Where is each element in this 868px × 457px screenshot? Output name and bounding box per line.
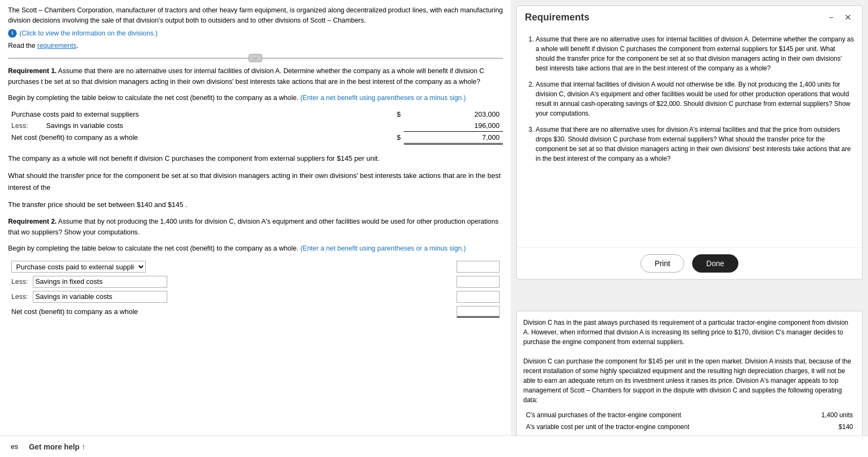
requirements-modal: Requirements − ✕ Assume that there are n… (516, 5, 863, 280)
table1-row2: Less: Savings in variable costs (8, 120, 371, 132)
table2-dropdown1[interactable]: Purchase costs paid to external supplier… (11, 261, 146, 273)
info-row1-label: C's annual purchases of the tractor-engi… (523, 409, 796, 421)
modal-title: Requirements (525, 12, 589, 23)
info-paragraph1: Division C has in the past always purcha… (523, 318, 856, 347)
table1-row3: Net cost (benefit) to company as a whole… (8, 131, 503, 144)
req1-text: Assume that there are no alternative use… (8, 67, 484, 85)
table2-row3-dollar (371, 289, 404, 304)
divider-handle: ···· (248, 54, 262, 62)
table2-input2[interactable] (457, 276, 500, 288)
table2-row4-label: Net cost (benefit) to company as a whole (8, 304, 371, 319)
table2-input-label2[interactable] (33, 276, 167, 288)
info-row1-value: 1,400 units (796, 409, 856, 421)
begin-prefix: Begin by completing the table below to c… (8, 94, 298, 102)
req2-text: Assume that by not producing the 1,400 u… (8, 218, 499, 236)
table2-input4[interactable] (457, 306, 500, 318)
info-table-row1: C's annual purchases of the tractor-engi… (523, 409, 856, 421)
divisions-link[interactable]: (Click to view the information on the di… (19, 30, 158, 37)
hint-text: (Enter a net benefit using parentheses o… (300, 94, 466, 102)
table2-row2: Less: (8, 274, 503, 289)
table2-row3-input[interactable] (404, 289, 503, 304)
table2-row4: Net cost (benefit) to company as a whole (8, 304, 503, 319)
begin2-text: Begin by completing the table below to c… (8, 243, 503, 254)
close-button[interactable]: ✕ (842, 11, 854, 24)
requirements-list: Assume that there are no alternative use… (525, 34, 854, 163)
transfer-answer: The transfer price should be set between… (8, 199, 503, 211)
table1: Purchase costs paid to external supplier… (8, 109, 503, 145)
table2-container: Purchase costs paid to external supplier… (8, 259, 503, 319)
get-more-help-link[interactable]: Get more help (29, 442, 86, 451)
table2-input-label3[interactable] (33, 291, 167, 303)
table2-row4-input[interactable] (404, 304, 503, 319)
info-icon: i (8, 29, 17, 38)
table2-less2: Less: (11, 292, 31, 301)
begin2-prefix: Begin by completing the table below to c… (8, 245, 298, 252)
table2-row3: Less: (8, 289, 371, 304)
modal-footer: Print Done (517, 247, 862, 279)
modal-body: Assume that there are no alternative use… (517, 29, 862, 247)
requirement-1: Assume that there are no alternative use… (536, 34, 854, 73)
table2-row1-label: Purchase costs paid to external supplier… (8, 259, 371, 274)
table2-input3[interactable] (457, 291, 500, 303)
req1-section: Requirement 1. Assume that there are no … (8, 66, 503, 87)
read-suffix: . (76, 42, 78, 49)
table1-row1-dollar: $ (371, 109, 404, 120)
table1-container: Purchase costs paid to external supplier… (8, 109, 503, 145)
info-table-row2: A's variable cost per unit of the tracto… (523, 421, 856, 433)
table1-row2-value: 196,000 (404, 120, 503, 132)
read-row: Read the requirements. (8, 42, 503, 49)
table2: Purchase costs paid to external supplier… (8, 259, 503, 319)
info-row2-label: A's variable cost per unit of the tracto… (523, 421, 796, 433)
table2-row3: Less: (8, 289, 503, 304)
requirement-3: Assume that there are no alternative use… (536, 125, 854, 163)
left-panel: The Scott – Chambers Corporation, manufa… (0, 0, 511, 457)
table1-row2-dollar (371, 120, 404, 132)
bottom-bar: es Get more help (0, 435, 868, 457)
table1-row1: Purchase costs paid to external supplier… (8, 109, 503, 120)
table2-input1[interactable] (457, 261, 500, 273)
statement1-text: The company as a whole will not benefit … (8, 154, 380, 162)
table1-row2-label: Savings in variable costs (33, 122, 123, 130)
print-button[interactable]: Print (641, 254, 684, 273)
minimize-button[interactable]: − (826, 12, 836, 24)
table1-row1-label: Purchase costs paid to external supplier… (8, 109, 371, 120)
info-row2-value: $140 (796, 421, 856, 433)
prev-label: es (11, 442, 18, 451)
table2-row2-dollar (371, 274, 404, 289)
info-panel: Division C has in the past always purcha… (516, 311, 863, 452)
table2-row2: Less: (8, 274, 371, 289)
info-paragraph2: Division C can purchase the component fo… (523, 356, 856, 405)
modal-header: Requirements − ✕ (517, 6, 862, 29)
table2-less1: Less: (11, 277, 31, 285)
intro-content: The Scott – Chambers Corporation, manufa… (8, 6, 503, 24)
table2-row1-input[interactable] (404, 259, 503, 274)
hint2-text: (Enter a net benefit using parentheses o… (300, 245, 466, 252)
statement1: The company as a whole will not benefit … (8, 153, 503, 165)
table1-row3-value: 7,000 (404, 131, 503, 144)
done-button[interactable]: Done (692, 254, 738, 273)
table1-row2: Less: Savings in variable costs 196,000 (8, 120, 503, 132)
requirement-2: Assume that internal facilities of divis… (536, 80, 854, 118)
right-panel: Requirements − ✕ Assume that there are n… (511, 0, 868, 457)
transfer-text: What should the transfer price for the c… (8, 170, 503, 194)
table2-row4-dollar (371, 304, 404, 319)
read-prefix: Read the (8, 42, 37, 49)
table1-row1-value: 203,000 (404, 109, 503, 120)
table2-row2-input[interactable] (404, 274, 503, 289)
info-row: i (Click to view the information on the … (8, 29, 503, 38)
modal-controls: − ✕ (826, 11, 854, 24)
requirements-link[interactable]: requirements (37, 42, 76, 49)
table2-row1-dollar (371, 259, 404, 274)
transfer-content: What should the transfer price for the c… (8, 172, 501, 191)
table2-row1: Purchase costs paid to external supplier… (8, 259, 503, 274)
table1-row3-dollar: $ (371, 131, 404, 144)
req2-label: Requirement 2. (8, 218, 56, 225)
dropdown-wrapper1[interactable]: Purchase costs paid to external supplier… (11, 261, 368, 273)
begin-text: Begin by completing the table below to c… (8, 92, 503, 103)
divider-bar[interactable]: ···· (8, 58, 503, 59)
req1-label: Requirement 1. (8, 67, 56, 75)
req2-section: Requirement 2. Assume that by not produc… (8, 216, 503, 238)
table1-row3-label: Net cost (benefit) to company as a whole (8, 131, 371, 144)
transfer-answer-text: The transfer price should be set between… (8, 201, 187, 209)
table1-less1: Less: (11, 122, 31, 130)
